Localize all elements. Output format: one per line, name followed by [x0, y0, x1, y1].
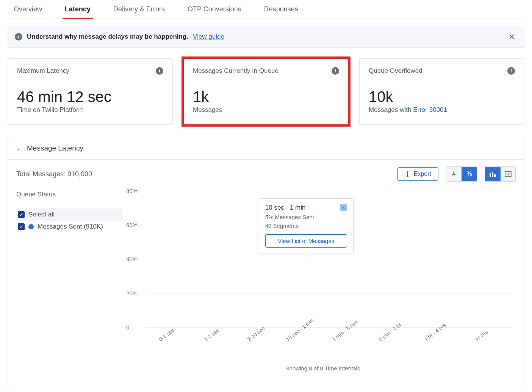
info-icon[interactable]: i	[332, 67, 339, 75]
view-list-of-messages-button[interactable]: View List of Messages	[265, 234, 347, 248]
tab-latency[interactable]: Latency	[63, 0, 93, 19]
info-icon: i	[15, 33, 22, 41]
export-button[interactable]: ⭳ Export	[397, 167, 438, 181]
divider	[16, 203, 122, 203]
bar-chart-icon	[489, 171, 496, 177]
select-all-checkbox[interactable]: ✓ Select all	[16, 209, 122, 221]
card-value: 10k	[369, 88, 515, 105]
card-subtitle: Messages	[193, 106, 339, 114]
tab-otp-conversions[interactable]: OTP Conversions	[185, 0, 244, 19]
x-axis-tick: 0-1 sec	[158, 327, 175, 343]
tooltip-line: 40 Segments	[265, 223, 347, 229]
table-icon	[505, 171, 512, 177]
card-subtitle: Time on Twilio Platform	[17, 106, 163, 114]
card-max-latency: Maximum Latency i 46 min 12 sec Time on …	[8, 58, 173, 125]
info-icon[interactable]: i	[156, 67, 163, 75]
tooltip-title: 10 sec - 1 min	[265, 204, 306, 212]
panel-toolbar: Total Messages: 910,000 ⭳ Export # %	[8, 160, 524, 182]
chart-tooltip: 10 sec - 1 min ✕ 5% Messages Sent 40 Seg…	[259, 198, 354, 253]
panel-title: Message Latency	[27, 144, 83, 152]
card-sub-prefix: Messages with	[369, 106, 413, 113]
total-messages-label: Total Messages: 910,000	[16, 170, 92, 178]
toggle-chart-button[interactable]	[485, 167, 500, 181]
legend-title: Queue Status	[16, 191, 122, 198]
tooltip-line: 5% Messages Sent	[265, 214, 347, 220]
y-axis-tick: 0	[126, 324, 129, 331]
select-all-label: Select all	[28, 211, 55, 218]
chevron-down-icon: ⌄	[16, 145, 21, 151]
x-axis-tick: 1 min - 5 min	[331, 319, 359, 342]
info-icon[interactable]: i	[507, 67, 515, 75]
svg-rect-0	[490, 173, 491, 177]
card-title: Messages Currently In Queue	[193, 67, 279, 75]
tab-delivery-errors[interactable]: Delivery & Errors	[111, 0, 167, 19]
x-axis-tick: 1-2 sec	[203, 327, 220, 343]
tab-bar: Overview Latency Delivery & Errors OTP C…	[8, 0, 524, 19]
y-axis-tick: 40%	[126, 256, 138, 262]
tab-responses[interactable]: Responses	[262, 0, 300, 19]
series-color-dot	[28, 224, 34, 229]
checkbox-checked-icon: ✓	[18, 223, 25, 230]
checkbox-checked-icon: ✓	[18, 211, 25, 218]
card-subtitle: Messages with Error 30001	[369, 106, 515, 114]
chart-footer-text: Showing 8 of 8 Time Intervals	[130, 365, 516, 372]
toggle-count-button[interactable]: #	[446, 167, 462, 181]
card-title: Maximum Latency	[17, 67, 69, 75]
card-messages-in-queue: Messages Currently In Queue i 1k Message…	[183, 58, 349, 125]
banner-text: Understand why message delays may be hap…	[27, 33, 188, 41]
y-axis-tick: 80%	[126, 188, 138, 194]
tab-overview[interactable]: Overview	[11, 0, 44, 19]
x-axis-tick: 4+ hrs	[473, 329, 489, 343]
card-title: Queue Overflowed	[369, 67, 422, 75]
error-code-link[interactable]: Error 30001	[413, 106, 447, 113]
y-axis-tick: 60%	[126, 222, 138, 228]
x-axis-tick: 10 sec - 1 min	[285, 317, 315, 343]
series-checkbox-messages-sent[interactable]: ✓ Messages Sent (910K)	[16, 221, 122, 233]
card-value: 1k	[193, 88, 339, 105]
toggle-table-button[interactable]	[500, 167, 515, 181]
toggle-percent-button[interactable]: %	[462, 167, 477, 181]
y-axis-tick: 20%	[126, 290, 138, 296]
download-icon: ⭳	[405, 171, 411, 177]
chart-table-toggle	[485, 166, 516, 182]
summary-cards: Maximum Latency i 46 min 12 sec Time on …	[8, 58, 524, 125]
x-axis-tick: 5 min - 1 hr	[378, 321, 403, 342]
x-axis-tick: 2-10 sec	[246, 325, 266, 343]
svg-rect-2	[494, 174, 496, 177]
banner-view-guide-link[interactable]: View guide	[193, 33, 224, 41]
message-latency-panel: ⌄ Message Latency Total Messages: 910,00…	[8, 137, 524, 387]
card-queue-overflowed: Queue Overflowed i 10k Messages with Err…	[359, 58, 524, 125]
series-label: Messages Sent (910K)	[38, 223, 103, 230]
info-banner: i Understand why message delays may be h…	[8, 26, 524, 48]
x-axis-tick: 1 hr - 4 hrs	[423, 322, 447, 342]
panel-header[interactable]: ⌄ Message Latency	[8, 137, 524, 160]
banner-close-button[interactable]: ✕	[506, 31, 517, 42]
tooltip-close-button[interactable]: ✕	[340, 204, 347, 211]
export-label: Export	[414, 171, 431, 177]
card-value: 46 min 12 sec	[17, 88, 163, 105]
count-percent-toggle: # %	[446, 166, 477, 182]
latency-chart: 020%40%60%80%0-1 sec1-2 sec2-10 sec10 se…	[130, 191, 516, 372]
chart-legend: Queue Status ✓ Select all ✓ Messages Sen…	[16, 191, 122, 233]
svg-rect-1	[492, 172, 493, 177]
